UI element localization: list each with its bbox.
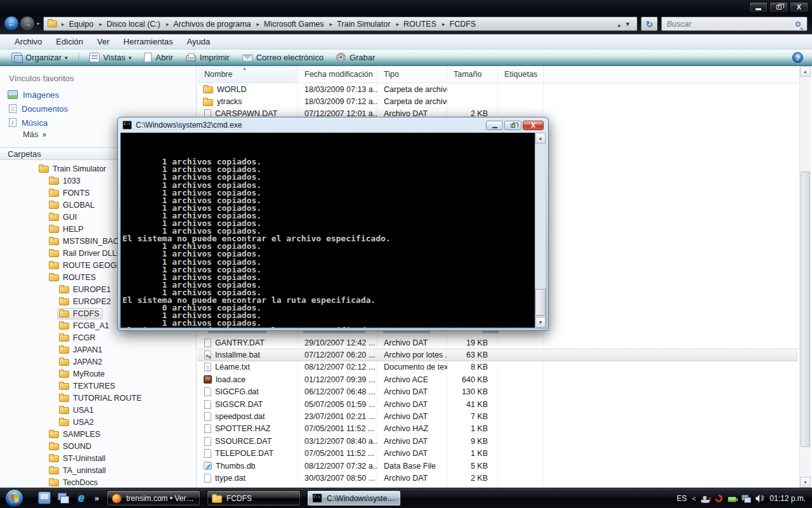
column-header-size[interactable]: Tamaño [447, 66, 498, 83]
more-label: Más [23, 130, 39, 139]
switch-windows-icon[interactable] [56, 491, 69, 504]
console-scrollbar[interactable]: ▲ ▼ [535, 133, 546, 328]
tree-item[interactable]: TechDocs [0, 476, 195, 488]
clock[interactable]: 01:12 p.m. [769, 494, 806, 503]
menu-item[interactable]: Edición [49, 35, 90, 48]
tree-item[interactable]: TA_uninstall [0, 464, 195, 476]
breadcrumb-item[interactable]: ROUTES [391, 18, 438, 30]
menu-item[interactable]: Ver [90, 35, 117, 48]
minimize-icon [492, 127, 497, 128]
table-row[interactable]: SIGCFG.dat 06/12/2007 06:48 ... Archivo … [198, 386, 798, 398]
breadcrumb-item[interactable]: Train Simulator [325, 18, 392, 30]
breadcrumb-item[interactable]: Archivos de programa [162, 18, 252, 30]
breadcrumb-item[interactable]: Disco local (C:) [95, 18, 161, 30]
toolbar-button[interactable]: Grabar [330, 51, 381, 64]
tree-item[interactable]: FCGR [0, 331, 195, 344]
antivirus-icon[interactable] [714, 493, 724, 504]
toolbar-button[interactable]: Correo electrónico [236, 51, 330, 64]
toolbar-button[interactable]: Abrir [138, 51, 179, 64]
tree-item[interactable]: MyRoute [0, 368, 195, 380]
table-row[interactable]: ttype.dat 30/03/2007 08:50 ... Archivo D… [198, 472, 798, 484]
column-header-type[interactable]: Tipo [377, 66, 447, 83]
messenger-offline-icon[interactable] [701, 496, 710, 503]
network-icon[interactable] [742, 495, 750, 503]
table-row[interactable]: GANTRY.DAT 29/10/2007 12:42 ... Archivo … [198, 337, 798, 349]
cmd-minimize-button[interactable] [486, 121, 503, 130]
toolbar-button[interactable]: Vistas [83, 51, 138, 64]
scrollbar-thumb[interactable] [801, 171, 810, 447]
taskbar-button[interactable]: trensim.com • Ver T... [107, 490, 200, 506]
menu-item[interactable]: Archivo [8, 35, 49, 48]
power-icon[interactable] [728, 497, 737, 502]
scroll-up-icon[interactable]: ▲ [535, 133, 546, 144]
tree-item[interactable]: SAMPLES [0, 428, 195, 440]
show-desktop-icon[interactable] [38, 491, 51, 504]
menu-item[interactable]: Herramientas [117, 35, 180, 48]
table-row[interactable]: WORLD 18/03/2009 07:13 a... Carpeta de a… [198, 83, 798, 95]
history-dropdown-icon[interactable]: ▾ [37, 21, 39, 27]
scroll-down-icon[interactable]: ▼ [535, 317, 546, 328]
column-header-date[interactable]: Fecha modificación [298, 66, 377, 83]
cmd-close-button[interactable]: X [523, 121, 544, 130]
tree-item[interactable]: ST-Uninstall [0, 452, 195, 464]
taskbar-button[interactable]: C:\Windows\system... [307, 490, 401, 506]
taskbar-button[interactable]: FCDFS [207, 490, 301, 506]
tray-expand-icon[interactable]: < [692, 495, 696, 502]
restore-button[interactable] [769, 2, 788, 12]
tree-item[interactable]: JAPAN1 [0, 344, 195, 356]
table-row[interactable]: SPOTTER.HAZ 07/05/2001 11:52 ... Archivo… [198, 423, 798, 435]
tree-item[interactable]: TUTORIAL ROUTE [0, 392, 195, 404]
search-box[interactable] [661, 17, 808, 31]
minimize-button[interactable] [749, 2, 768, 12]
tree-item[interactable]: USA1 [0, 404, 195, 416]
table-row[interactable]: ytracks 18/03/2009 07:12 a... Carpeta de… [198, 95, 798, 107]
console[interactable]: 1 archivos copiados. 1 archivos copiados… [121, 133, 546, 328]
table-row[interactable]: speedpost.dat 23/07/2001 02:21 ... Archi… [198, 410, 798, 422]
toolbar-button[interactable]: Imprimir [180, 51, 236, 64]
breadcrumb-item[interactable]: FCDFS [438, 18, 477, 30]
tree-item[interactable]: TEXTURES [0, 380, 195, 392]
address-bar[interactable]: EquipoDisco local (C:)Archivos de progra… [43, 17, 638, 31]
table-row[interactable]: Installme.bat 07/12/2007 06:20 ... Archi… [198, 349, 798, 361]
forward-button[interactable]: → [20, 16, 35, 31]
tree-item[interactable]: USA2 [0, 416, 195, 428]
search-input[interactable] [665, 19, 796, 29]
cmd-restore-button[interactable] [504, 121, 521, 130]
refresh-button[interactable]: ↻ [641, 17, 658, 31]
table-row[interactable]: TELEPOLE.DAT 07/05/2001 11:52 ... Archiv… [198, 448, 798, 460]
breadcrumb-item[interactable]: Equipo [57, 18, 95, 30]
table-row[interactable]: SSOURCE.DAT 03/12/2007 08:40 a... Archiv… [198, 435, 798, 447]
cmd-window[interactable]: C:\Windows\system32\cmd.exe X 1 archivos… [117, 117, 549, 331]
back-button[interactable]: ← [4, 16, 19, 31]
vertical-scrollbar[interactable]: ▲ ▼ [799, 66, 811, 488]
table-row[interactable]: Léame.txt 08/12/2007 02:12 ... Documento… [198, 361, 798, 373]
internet-explorer-icon[interactable]: e [75, 491, 88, 504]
favorite-link[interactable]: Documentos [0, 102, 196, 116]
menu-item[interactable]: Ayuda [180, 35, 218, 48]
cmd-titlebar[interactable]: C:\Windows\system32\cmd.exe X [118, 117, 548, 133]
column-header-name[interactable]: ▲Nombre [198, 66, 298, 83]
help-icon[interactable] [792, 52, 803, 63]
close-button[interactable]: X [790, 2, 808, 12]
quick-launch-overflow-icon[interactable]: » [95, 493, 99, 503]
column-header-tags[interactable]: Etiquetas [498, 66, 544, 83]
tree-item[interactable]: SOUND [0, 440, 195, 452]
volume-icon[interactable] [756, 495, 764, 503]
scrollbar-thumb[interactable] [535, 289, 546, 316]
tree-item-label: HELP [63, 225, 84, 234]
address-dropdown-icon[interactable]: ▼ [621, 21, 634, 27]
scroll-down-icon[interactable]: ▼ [800, 477, 811, 488]
start-button[interactable] [5, 489, 23, 507]
table-row[interactable]: load.ace 01/12/2007 09:39 ... Archivo AC… [198, 373, 798, 385]
language-indicator[interactable]: ES [677, 494, 687, 503]
breadcrumb-item[interactable]: Microsoft Games [252, 18, 325, 30]
tree-item[interactable]: JAPAN2 [0, 356, 195, 368]
favorite-link[interactable]: Imágenes [0, 88, 196, 102]
table-row[interactable]: SIGSCR.DAT 05/07/2005 01:59 ... Archivo … [198, 398, 798, 410]
table-row[interactable]: Thumbs.db 08/12/2007 07:32 a... Data Bas… [198, 460, 798, 472]
toolbar-label: Organizar [25, 53, 62, 62]
toolbar-button[interactable]: Organizar [5, 51, 74, 64]
file-name: SSOURCE.DAT [215, 437, 272, 446]
scroll-up-icon[interactable]: ▲ [800, 66, 811, 77]
favorites-more-link[interactable]: Más» [23, 130, 46, 139]
